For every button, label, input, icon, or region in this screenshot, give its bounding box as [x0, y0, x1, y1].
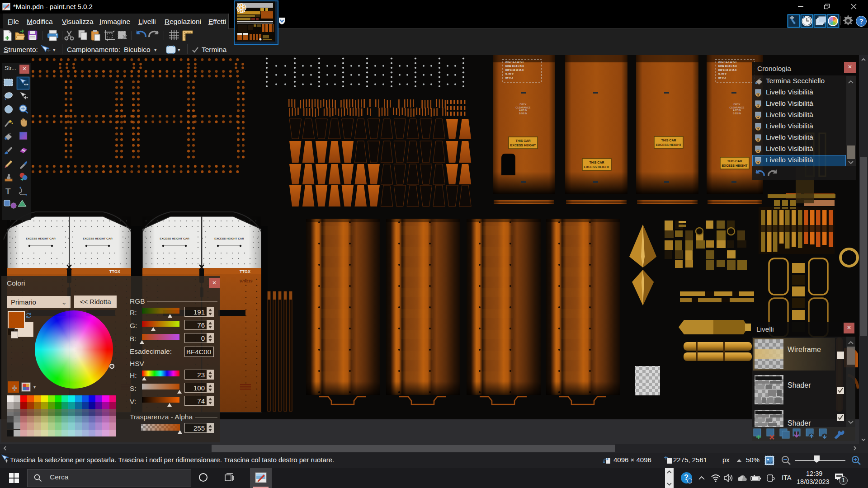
svg-text:EXCESS HEIGHT CAR: EXCESS HEIGHT CAR: [26, 237, 56, 240]
svg-text:EW 9-10 H 16-3: EW 9-10 H 16-3: [505, 69, 524, 71]
svg-text:EXH 19-0 W 5-1: EXH 19-0 W 5-1: [718, 61, 737, 64]
svg-text:EXCESS HEIGHT CAR: EXCESS HEIGHT CAR: [160, 237, 189, 240]
svg-text:THIS CAR: THIS CAR: [589, 161, 604, 164]
svg-text:IW 9-3: IW 9-3: [505, 76, 513, 79]
svg-text:EW 9-10 H 16-3: EW 9-10 H 16-3: [718, 69, 736, 71]
svg-text:EXCESS HEIGHT: EXCESS HEIGHT: [656, 143, 682, 146]
svg-text:EXCESS HEIGHT: EXCESS HEIGHT: [584, 165, 610, 169]
svg-text:EXCESS HEIGHT: EXCESS HEIGHT: [722, 164, 748, 167]
svg-text:EXCESS HEIGHT CAR: EXCESS HEIGHT CAR: [214, 237, 244, 240]
svg-text:DECK: DECK: [520, 103, 527, 106]
svg-text:EXCESS HEIGHT: EXCESS HEIGHT: [510, 144, 537, 147]
svg-text:A 87 IN: A 87 IN: [519, 109, 527, 112]
svg-text:EXW 10-8 H 5-9: EXW 10-8 H 5-9: [718, 65, 737, 67]
svg-text:T: T: [5, 187, 11, 196]
svg-text:IW 9-3: IW 9-3: [718, 76, 726, 79]
svg-text:THIS CAR: THIS CAR: [515, 139, 530, 142]
svg-text:B 93 IN: B 93 IN: [733, 112, 741, 115]
svg-text:979219: 979219: [240, 279, 253, 283]
svg-text:THIS CAR: THIS CAR: [727, 160, 742, 163]
svg-text:DECK: DECK: [734, 103, 741, 106]
svg-text:B 93 IN: B 93 IN: [519, 112, 527, 115]
svg-text:EXCESS HEIGHT CAR: EXCESS HEIGHT CAR: [83, 237, 113, 240]
svg-text:IL 89-9: IL 89-9: [505, 72, 514, 75]
svg-text:TTGX: TTGX: [109, 269, 120, 274]
svg-text:A 87 IN: A 87 IN: [733, 109, 741, 112]
svg-text:IL 89-9: IL 89-9: [718, 72, 726, 75]
svg-text:TTGX: TTGX: [240, 269, 250, 274]
svg-text:THIS CAR: THIS CAR: [661, 139, 676, 142]
svg-text:EXH 19-0 W 5-1: EXH 19-0 W 5-1: [505, 61, 524, 64]
svg-text:EXW 10-8 H 5-9: EXW 10-8 H 5-9: [505, 65, 524, 67]
